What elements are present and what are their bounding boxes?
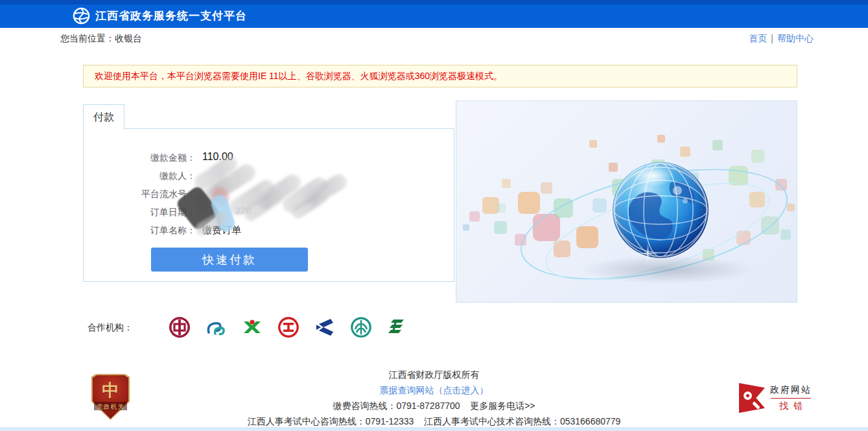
payment-page: 江西省政务服务统一支付平台 您当前位置：收银台 首页|帮助中心 欢迎使用本平台，…	[0, 0, 868, 431]
more-phones-link[interactable]: 更多服务电话>>	[470, 401, 535, 411]
amount-value: 110.00	[202, 148, 233, 167]
decor-square	[541, 182, 552, 194]
field-order-date: 订单日期：	[123, 203, 241, 221]
shield-emblem-icon: 中	[91, 379, 130, 402]
ccb-bank-icon	[313, 316, 336, 339]
field-label: 缴款人：	[123, 167, 196, 185]
bottom-strip	[0, 427, 868, 431]
icbc-bank-icon	[277, 316, 300, 339]
quick-pay-button[interactable]: 快速付款	[151, 248, 308, 272]
field-serial: 平台流水号：	[123, 185, 241, 203]
copyright-text: 江西省财政厅版权所有	[0, 367, 868, 382]
exam-hotline: 江西人事考试中心咨询热线：0791-12333	[248, 416, 414, 426]
decor-square	[494, 221, 507, 234]
tab-payment[interactable]: 付款	[83, 104, 124, 130]
top-nav: 首页|帮助中心	[749, 33, 814, 45]
payment-form: 缴款金额： 110.00 缴款人： 平台流水号： 订单日期： 订单名称： 缴费订…	[123, 148, 241, 239]
sparkle-icon	[637, 242, 659, 264]
decor-square	[497, 204, 506, 213]
site-error-bottom-label: 找错	[774, 401, 808, 412]
field-payer: 缴款人：	[123, 167, 241, 185]
decor-square	[463, 224, 469, 231]
nav-separator: |	[771, 33, 773, 43]
invoice-query-link[interactable]: 票据查询网站（点击进入）	[380, 385, 489, 395]
payment-hotline: 缴费咨询热线：0791-87287700	[333, 401, 460, 411]
psbc-bank-icon	[386, 316, 409, 339]
order-name-value: 缴费订单	[202, 221, 241, 239]
decor-square	[502, 179, 511, 188]
boc-bank-icon	[168, 316, 191, 339]
home-link[interactable]: 首页	[749, 33, 767, 43]
party-gov-badge[interactable]: 中 党政机关	[91, 374, 130, 420]
platform-logo-icon	[73, 7, 90, 25]
decor-square	[712, 140, 723, 150]
decor-square	[589, 140, 597, 148]
decor-square	[469, 211, 480, 222]
field-label: 订单日期：	[123, 203, 196, 221]
globe-highlight	[630, 165, 675, 187]
footer: 江西省财政厅版权所有 票据查询网站（点击进入） 缴费咨询热线：0791-8728…	[0, 367, 868, 429]
site-error-divider	[771, 398, 811, 399]
decor-square	[518, 192, 540, 214]
partners-label: 合作机构：	[88, 322, 133, 334]
decorative-globe-panel	[456, 100, 797, 303]
field-label: 订单名称：	[123, 221, 196, 239]
date-fragment: 02	[196, 204, 207, 215]
field-order-name: 订单名称： 缴费订单	[123, 221, 241, 239]
partner-bank-logos	[168, 316, 409, 339]
page-title: 江西省政务服务统一支付平台	[95, 5, 247, 28]
tech-hotline: 江西人事考试中心技术咨询热线：053166680779	[424, 416, 620, 426]
globe-shadow	[580, 255, 755, 284]
gov-site-error-badge[interactable]: 政府网站 找错	[739, 383, 812, 413]
magnifier-flag-icon	[739, 383, 765, 413]
field-label: 缴款金额：	[123, 148, 196, 167]
site-error-top-label: 政府网站	[770, 384, 812, 396]
jiujiang-bank-swirl-icon	[204, 316, 228, 339]
help-center-link[interactable]: 帮助中心	[777, 33, 814, 43]
date-fragment: 328	[235, 205, 251, 216]
header-bar: 江西省政务服务统一支付平台	[0, 5, 868, 28]
party-gov-label: 党政机关	[91, 402, 130, 412]
decor-square	[657, 135, 665, 143]
abc-bank-icon	[349, 316, 373, 339]
field-label: 平台流水号：	[123, 185, 196, 203]
site-error-text: 政府网站 找错	[770, 384, 812, 412]
decor-square	[780, 229, 791, 240]
decor-square	[680, 146, 690, 157]
rural-commercial-bank-icon	[240, 316, 264, 339]
breadcrumb: 您当前位置：收银台	[60, 33, 142, 45]
decor-square	[787, 204, 795, 211]
field-amount: 缴款金额： 110.00	[123, 148, 241, 167]
top-dark-strip	[0, 0, 868, 5]
decor-square	[751, 150, 764, 163]
browser-notice-banner: 欢迎使用本平台，本平台浏览器需要使用IE 11以上、谷歌浏览器、火狐浏览器或36…	[83, 65, 797, 87]
